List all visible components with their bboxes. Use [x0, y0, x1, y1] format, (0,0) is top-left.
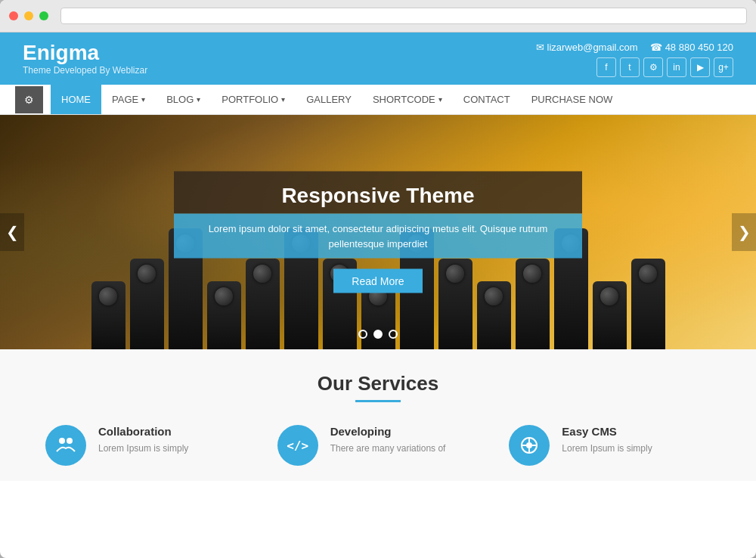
cms-text: Easy CMS Lorem Ipsum is simply [562, 425, 652, 455]
slide-description: Lorem ipsum dolor sit amet, consectetur … [197, 222, 559, 251]
site-brand: Enigma Theme Developed By Weblizar [23, 42, 147, 76]
service-item-developing: </> Developing There are many variations… [277, 425, 479, 466]
browser-window: Enigma Theme Developed By Weblizar ✉ liz… [0, 0, 756, 558]
cms-icon [509, 425, 550, 466]
slide-title: Responsive Theme [197, 184, 559, 208]
nav-settings-button[interactable]: ⚙ [15, 86, 43, 113]
chevron-right-icon: ❯ [738, 223, 751, 241]
social-icons: f t ⚙ in ▶ g+ [596, 57, 733, 77]
url-bar[interactable] [60, 8, 747, 24]
header-right: ✉ lizarweb@gmail.com ☎ 48 880 450 120 f … [536, 42, 734, 77]
developing-icon: </> [277, 425, 318, 466]
nav-label-gallery: GALLERY [306, 94, 352, 105]
slide-dot-3[interactable] [389, 330, 398, 339]
navbar: ⚙ HOME PAGE ▾ BLOG ▾ PORTFOLIO ▾ GALLERY… [0, 85, 756, 115]
twitter-icon[interactable]: t [620, 57, 640, 77]
nav-item-portfolio[interactable]: PORTFOLIO ▾ [211, 85, 296, 114]
settings-social-icon[interactable]: ⚙ [643, 57, 663, 77]
phone-icon: ☎ [650, 42, 662, 53]
developing-text: Developing There are many variations of [330, 425, 446, 455]
services-section-title: Our Services [30, 372, 726, 395]
chevron-left-icon: ❮ [6, 223, 19, 241]
email-icon: ✉ [536, 42, 544, 53]
nav-item-purchase[interactable]: PURCHASE NOW [521, 85, 624, 114]
svg-point-0 [59, 438, 65, 444]
phone-info: ☎ 48 880 450 120 [650, 42, 733, 53]
close-button[interactable] [9, 11, 18, 20]
developing-description: There are many variations of [330, 442, 446, 455]
hero-slider: ❮ Responsive Theme Lorem ipsum dolor sit… [0, 115, 756, 349]
collaboration-icon [45, 425, 86, 466]
google-plus-icon[interactable]: g+ [714, 57, 733, 77]
service-item-collaboration: Collaboration Lorem Ipsum is simply [45, 425, 247, 466]
main-content: Our Services Collaboration Lorem Ipsum i… [0, 349, 756, 481]
knob [91, 281, 125, 349]
knob [631, 259, 665, 349]
nav-label-contact: CONTACT [463, 94, 510, 105]
email-address: lizarweb@gmail.com [547, 42, 638, 53]
maximize-button[interactable] [39, 11, 48, 20]
youtube-icon[interactable]: ▶ [690, 57, 710, 77]
collaboration-description: Lorem Ipsum is simply [98, 442, 188, 455]
nav-label-purchase: PURCHASE NOW [531, 94, 613, 105]
collaboration-title: Collaboration [98, 425, 188, 438]
slide-dot-2[interactable] [373, 330, 383, 339]
site-title: Enigma [23, 42, 147, 65]
slider-dots [358, 330, 398, 339]
nav-item-blog[interactable]: BLOG ▾ [156, 85, 211, 114]
nav-item-shortcode[interactable]: SHORTCODE ▾ [362, 85, 453, 114]
slide-dot-1[interactable] [358, 330, 367, 339]
read-more-button[interactable]: Read More [333, 269, 422, 293]
developing-title: Developing [330, 425, 446, 438]
slider-next-button[interactable]: ❯ [732, 213, 756, 251]
settings-icon: ⚙ [24, 94, 34, 106]
chevron-down-icon: ▾ [141, 95, 145, 104]
chevron-down-icon: ▾ [438, 95, 442, 104]
minimize-button[interactable] [24, 11, 33, 20]
chevron-down-icon: ▾ [281, 95, 285, 104]
site-tagline: Theme Developed By Weblizar [23, 65, 147, 76]
knob [130, 259, 164, 349]
slide-title-box: Responsive Theme [174, 172, 582, 214]
cms-description: Lorem Ipsum is simply [562, 442, 652, 455]
nav-item-home[interactable]: HOME [51, 85, 101, 114]
section-underline [355, 400, 401, 402]
facebook-icon[interactable]: f [596, 57, 616, 77]
nav-item-page[interactable]: PAGE ▾ [101, 85, 156, 114]
contact-info: ✉ lizarweb@gmail.com ☎ 48 880 450 120 [536, 42, 734, 53]
nav-label-portfolio: PORTFOLIO [222, 94, 278, 105]
services-grid: Collaboration Lorem Ipsum is simply </> … [30, 425, 726, 466]
chevron-down-icon: ▾ [197, 95, 200, 104]
nav-item-contact[interactable]: CONTACT [453, 85, 521, 114]
slide-content: Responsive Theme Lorem ipsum dolor sit a… [174, 172, 582, 293]
nav-label-blog: BLOG [166, 94, 194, 105]
nav-item-gallery[interactable]: GALLERY [296, 85, 362, 114]
collaboration-text: Collaboration Lorem Ipsum is simply [98, 425, 188, 455]
browser-chrome [0, 0, 756, 33]
svg-point-1 [67, 438, 73, 444]
site-header: Enigma Theme Developed By Weblizar ✉ liz… [0, 33, 756, 85]
knob [593, 281, 627, 349]
linkedin-icon[interactable]: in [667, 57, 686, 77]
nav-label-shortcode: SHORTCODE [373, 94, 435, 105]
nav-label-home: HOME [61, 94, 91, 105]
phone-number: 48 880 450 120 [665, 42, 733, 53]
service-item-cms: Easy CMS Lorem Ipsum is simply [509, 425, 711, 466]
email-info: ✉ lizarweb@gmail.com [536, 42, 638, 53]
code-icon: </> [287, 439, 308, 453]
svg-point-3 [526, 442, 532, 448]
services-heading: Our Services [30, 372, 726, 395]
slide-description-box: Lorem ipsum dolor sit amet, consectetur … [174, 214, 582, 259]
slider-prev-button[interactable]: ❮ [0, 213, 24, 251]
nav-label-page: PAGE [112, 94, 138, 105]
cms-title: Easy CMS [562, 425, 652, 438]
